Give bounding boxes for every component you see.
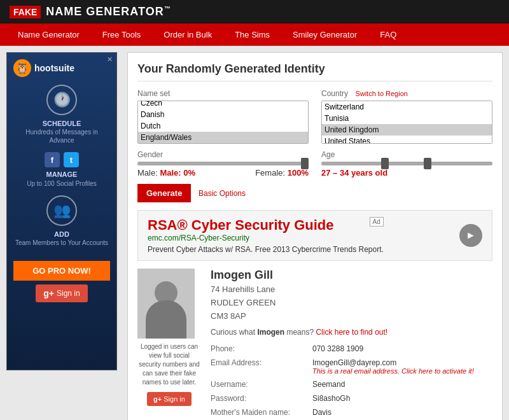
action-buttons: Generate Basic Options bbox=[137, 184, 492, 202]
manage-sublabel: Up to 100 Social Profiles bbox=[13, 179, 110, 188]
schedule-section: 🕐 SCHEDULE Hundreds of Messages in Advan… bbox=[13, 85, 110, 144]
gender-group: Gender Male: Male: 0% Female: 100% bbox=[137, 150, 309, 178]
field-label-password: Password: bbox=[211, 391, 312, 405]
team-icon: 👥 bbox=[46, 195, 77, 226]
nav-name-generator[interactable]: Name Generator bbox=[6, 24, 91, 46]
avatar-image bbox=[137, 269, 195, 339]
field-value-password: Si8ashoGh bbox=[312, 391, 492, 405]
name-set-option-england[interactable]: England/Wales bbox=[138, 132, 308, 143]
field-value-email: ImogenGill@dayrep.com This is a real ema… bbox=[312, 356, 492, 377]
google-signin-button[interactable]: g+ Sign in bbox=[36, 284, 87, 302]
clock-icon: 🕐 bbox=[46, 85, 77, 115]
activate-email-link[interactable]: Click here to activate it! bbox=[401, 367, 474, 375]
name-set-option-dutch[interactable]: Dutch bbox=[138, 120, 308, 132]
field-value-phone: 070 3288 1909 bbox=[312, 342, 492, 356]
add-label: ADD bbox=[13, 230, 110, 239]
ad-banner-title: RSA® Cyber Security Guide bbox=[148, 217, 384, 234]
field-label-email: Email Address: bbox=[211, 356, 312, 377]
schedule-label: SCHEDULE bbox=[13, 119, 110, 128]
nav-faq[interactable]: FAQ bbox=[368, 24, 408, 46]
name-set-group: Name set Croatian Czech Danish Dutch Eng… bbox=[137, 89, 309, 144]
generate-button[interactable]: Generate bbox=[137, 184, 191, 202]
ad-banner-text: Ad RSA® Cyber Security Guide emc.com/RSA… bbox=[148, 217, 384, 254]
main-panel: Your Randomly Generated Identity Name se… bbox=[127, 52, 503, 420]
nav-the-sims[interactable]: The Sims bbox=[223, 24, 281, 46]
age-slider-thumb-right[interactable] bbox=[424, 158, 431, 169]
ad-tag: Ad bbox=[370, 217, 384, 227]
email-note: This is a real email address. Click here… bbox=[312, 367, 487, 375]
site-title: NAME GENERATOR™ bbox=[46, 5, 171, 18]
avatar-silhouette bbox=[144, 281, 188, 339]
gender-slider-track[interactable] bbox=[137, 162, 309, 165]
country-option-uk[interactable]: United Kingdom bbox=[322, 124, 492, 136]
address-line3: CM3 8AP bbox=[211, 310, 492, 323]
twitter-icon: t bbox=[64, 152, 79, 167]
table-row: Mother's Maiden name: Davis bbox=[211, 405, 492, 419]
identity-details: Imogen Gill 74 Harehills Lane RUDLEY GRE… bbox=[211, 269, 492, 420]
field-label-phone: Phone: bbox=[211, 342, 312, 356]
age-range-value: 27 – 34 years old bbox=[321, 168, 387, 178]
name-set-select[interactable]: Croatian Czech Danish Dutch England/Wale… bbox=[137, 101, 309, 144]
age-slider-track[interactable] bbox=[321, 162, 492, 165]
identity-table: Phone: 070 3288 1909 Email Address: Imog… bbox=[211, 342, 492, 420]
close-ad-button[interactable]: ✕ bbox=[107, 55, 113, 64]
main-nav: Name Generator Free Tools Order in Bulk … bbox=[0, 24, 509, 46]
fake-label: FAKE bbox=[10, 6, 41, 18]
table-row: Email Address: ImogenGill@dayrep.com Thi… bbox=[211, 356, 492, 377]
country-select[interactable]: Switzerland Tunisia United Kingdom Unite… bbox=[321, 101, 492, 144]
field-value-username: Seemand bbox=[312, 377, 492, 391]
sidebar-ad: ✕ 🦉 hootsuite 🕐 SCHEDULE Hundreds of Mes… bbox=[6, 52, 117, 370]
age-slider-thumb-left[interactable] bbox=[381, 158, 389, 169]
avatar-box: Logged in users can view full social sec… bbox=[137, 269, 201, 420]
schedule-sublabel: Hundreds of Messages in Advance bbox=[13, 128, 110, 144]
field-label-maiden: Mother's Maiden name: bbox=[211, 405, 312, 419]
content-area: ✕ 🦉 hootsuite 🕐 SCHEDULE Hundreds of Mes… bbox=[0, 46, 509, 420]
address-line1: 74 Harehills Lane bbox=[211, 283, 492, 297]
table-row: Username: Seemand bbox=[211, 377, 492, 391]
table-row: Phone: 070 3288 1909 bbox=[211, 342, 492, 356]
country-group: Country Switch to Region Switzerland Tun… bbox=[321, 89, 492, 144]
gender-slider-thumb[interactable] bbox=[301, 158, 309, 169]
country-option-tunisia[interactable]: Tunisia bbox=[322, 113, 492, 124]
name-set-option-danish[interactable]: Danish bbox=[138, 109, 308, 120]
add-section: 👥 ADD Team Members to Your Accounts bbox=[13, 195, 110, 247]
avatar-signin-button[interactable]: g+ Sign in bbox=[147, 392, 192, 406]
country-option-us[interactable]: United States bbox=[322, 136, 492, 144]
nav-smiley-generator[interactable]: Smiley Generator bbox=[281, 24, 368, 46]
age-group: Age 27 – 34 years old bbox=[321, 150, 492, 178]
hootsuite-name: hootsuite bbox=[34, 63, 74, 73]
go-pro-button[interactable]: GO PRO NOW! bbox=[13, 261, 110, 281]
basic-options-link[interactable]: Basic Options bbox=[199, 189, 246, 198]
person-address: 74 Harehills Lane RUDLEY GREEN CM3 8AP bbox=[211, 283, 492, 323]
address-line2: RUDLEY GREEN bbox=[211, 297, 492, 310]
sidebar: ✕ 🦉 hootsuite 🕐 SCHEDULE Hundreds of Mes… bbox=[6, 52, 121, 420]
ad-banner: Ad RSA® Cyber Security Guide emc.com/RSA… bbox=[137, 210, 492, 261]
age-label: Age bbox=[321, 150, 492, 159]
page-title: Your Randomly Generated Identity bbox=[137, 62, 492, 81]
avatar-caption: Logged in users can view full social sec… bbox=[137, 342, 201, 387]
person-name: Imogen Gill bbox=[211, 269, 492, 282]
name-set-option-czech[interactable]: Czech bbox=[138, 101, 308, 109]
switch-to-region-link[interactable]: Switch to Region bbox=[355, 90, 408, 97]
ad-banner-arrow[interactable]: ► bbox=[459, 224, 482, 247]
ad-banner-url: emc.com/RSA-Cyber-Security bbox=[148, 234, 384, 242]
gplus-icon: g+ bbox=[43, 288, 54, 298]
avatar-body bbox=[146, 300, 186, 339]
table-row: Password: Si8ashoGh bbox=[211, 391, 492, 405]
nav-free-tools[interactable]: Free Tools bbox=[91, 24, 152, 46]
ad-banner-desc: Prevent Cyber Attacks w/ RSA. Free 2013 … bbox=[148, 245, 384, 254]
facebook-icon: f bbox=[45, 152, 60, 167]
gender-label: Gender bbox=[137, 150, 309, 159]
nav-order-bulk[interactable]: Order in Bulk bbox=[152, 24, 223, 46]
gender-male-value: Male: Male: 0% bbox=[137, 168, 195, 178]
curious-name: Imogen bbox=[257, 328, 284, 337]
add-sublabel: Team Members to Your Accounts bbox=[13, 239, 110, 247]
manage-label: MANAGE bbox=[13, 170, 110, 179]
gplus-icon-2: g+ bbox=[153, 395, 162, 403]
field-value-maiden: Davis bbox=[312, 405, 492, 419]
name-set-label: Name set bbox=[137, 89, 309, 98]
country-option-switzerland[interactable]: Switzerland bbox=[322, 101, 492, 113]
curious-link[interactable]: Click here to find out! bbox=[316, 328, 387, 337]
slider-row: Gender Male: Male: 0% Female: 100% Age bbox=[137, 150, 492, 178]
manage-section: f t MANAGE Up to 100 Social Profiles bbox=[13, 152, 110, 187]
